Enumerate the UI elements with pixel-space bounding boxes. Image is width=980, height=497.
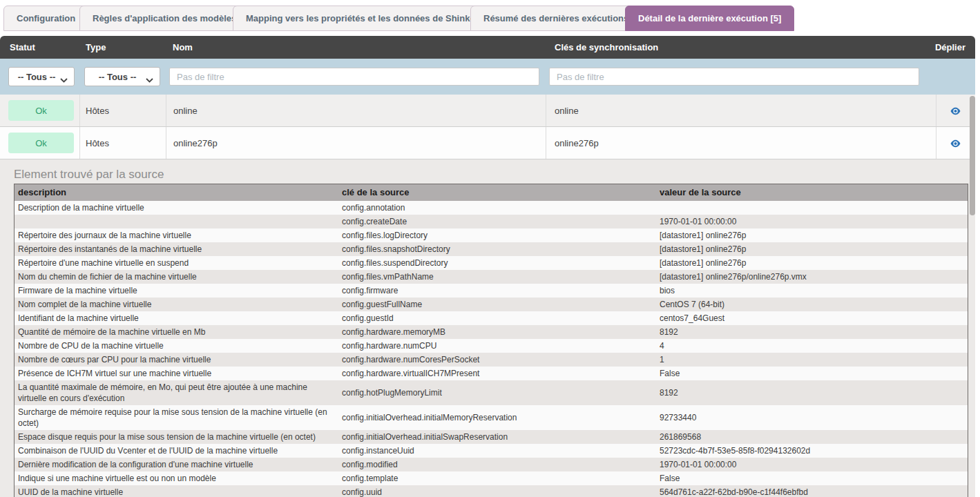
source-value-cell: 8192 [656, 325, 968, 339]
table-row: Répertoire des instantanés de la machine… [15, 242, 968, 256]
vertical-scrollbar[interactable] [970, 96, 975, 215]
column-header-valeur-source: valeur de la source [656, 184, 968, 202]
table-row: OkHôtesonline276ponline276p [0, 127, 975, 159]
description-cell: Description de la machine virtuelle [15, 201, 338, 215]
source-key-cell: config.annotation [338, 201, 656, 215]
chevron-down-icon [60, 75, 68, 85]
description-cell: Combinaison de l'UUID du Vcenter et de l… [15, 444, 338, 458]
source-key-cell: config.hardware.virtualICH7MPresent [338, 367, 656, 380]
source-key-cell: config.firmware [338, 284, 656, 298]
table-row: La quantité maximale de mémoire, en Mo, … [15, 380, 968, 405]
source-value-cell: centos7_64Guest [656, 311, 968, 325]
description-cell: Dernière modification de la configuratio… [15, 458, 338, 471]
source-key-cell: config.hardware.numCPU [338, 339, 656, 353]
source-value-cell: 1 [656, 353, 968, 367]
cles-cell: online [555, 95, 579, 127]
source-elements-table: description clé de la source valeur de l… [14, 184, 968, 497]
source-value-cell: 92733440 [656, 405, 968, 430]
description-cell [15, 215, 338, 228]
table-header-row: description clé de la source valeur de l… [15, 184, 968, 202]
tab-resume[interactable]: Résumé des dernières exécutions [470, 6, 642, 31]
source-key-cell: config.files.suspendDirectory [338, 256, 656, 270]
source-value-cell: [datastore1] online276p [656, 228, 968, 242]
source-value-cell: bios [656, 284, 968, 298]
description-cell: Nombre de cœurs par CPU pour la machine … [15, 353, 338, 367]
source-key-cell: config.hardware.memoryMB [338, 325, 656, 339]
cles-filter-input[interactable] [549, 68, 919, 86]
table-row: Nom du chemin de fichier de la machine v… [15, 270, 968, 284]
table-row: Combinaison de l'UUID du Vcenter et de l… [15, 444, 968, 458]
description-cell: Quantité de mémoire de la machine virtue… [15, 325, 338, 339]
app-window: Configuration Règles d'application des m… [0, 0, 980, 497]
source-key-cell: config.guestId [338, 311, 656, 325]
source-value-cell: CentOS 7 (64-bit) [656, 298, 968, 311]
table-row: OkHôtesonlineonline [0, 95, 975, 127]
table-row: Nombre de cœurs par CPU pour la machine … [15, 353, 968, 367]
description-cell: La quantité maximale de mémoire, en Mo, … [15, 380, 338, 405]
source-key-cell: config.files.logDirectory [338, 228, 656, 242]
table-row: Dernière modification de la configuratio… [15, 458, 968, 471]
description-cell: Espace disque requis pour la mise sous t… [15, 430, 338, 444]
results-rows: OkHôtesonlineonlineOkHôtesonline276ponli… [0, 95, 975, 159]
filter-row: -- Tous -- -- Tous -- [0, 59, 975, 95]
table-row: UUID de la machine virtuelleconfig.uuid5… [15, 485, 968, 497]
results-header: Statut Type Nom Clés de synchronisation … [0, 36, 975, 59]
column-header-nom[interactable]: Nom [173, 36, 193, 59]
tab-mapping[interactable]: Mapping vers les propriétés et les donné… [233, 6, 494, 31]
cles-cell: online276p [555, 127, 599, 159]
source-value-cell: [datastore1] online276p/online276p.vmx [656, 270, 968, 284]
source-key-cell: config.guestFullName [338, 298, 656, 311]
table-row: config.createDate1970-01-01 00:00:00 [15, 215, 968, 228]
description-cell: Indique si une machine virtuelle est ou … [15, 471, 338, 485]
source-value-cell: 261869568 [656, 430, 968, 444]
table-row: Répertoire d'une machine virtuelle en su… [15, 256, 968, 270]
table-row: Identifiant de la machine virtuelleconfi… [15, 311, 968, 325]
source-key-cell: config.files.vmPathName [338, 270, 656, 284]
description-cell: Surcharge de mémoire requise pour la mis… [15, 405, 338, 430]
description-cell: Identifiant de la machine virtuelle [15, 311, 338, 325]
source-value-cell: [datastore1] online276p [656, 256, 968, 270]
source-key-cell: config.modified [338, 458, 656, 471]
type-filter-select[interactable]: -- Tous -- [84, 67, 160, 86]
description-cell: Nombre de CPU de la machine virtuelle [15, 339, 338, 353]
description-cell: Firmware de la machine virtuelle [15, 284, 338, 298]
description-cell: Nom du chemin de fichier de la machine v… [15, 270, 338, 284]
source-value-cell: False [656, 367, 968, 380]
table-row: Espace disque requis pour la mise sous t… [15, 430, 968, 444]
statut-filter-select[interactable]: -- Tous -- [8, 67, 75, 86]
source-value-cell: [datastore1] online276p [656, 242, 968, 256]
type-filter-value: -- Tous -- [99, 72, 146, 82]
column-header-statut[interactable]: Statut [10, 36, 35, 59]
tab-configuration[interactable]: Configuration [3, 6, 88, 31]
source-key-cell: config.hardware.numCoresPerSocket [338, 353, 656, 367]
source-value-cell: 4 [656, 339, 968, 353]
source-key-cell: config.files.snapshotDirectory [338, 242, 656, 256]
table-row: Description de la machine virtuelleconfi… [15, 201, 968, 215]
nom-filter-input[interactable] [169, 68, 539, 86]
source-key-cell: config.createDate [338, 215, 656, 228]
tab-regles[interactable]: Règles d'application des modèles [79, 6, 249, 31]
table-row: Présence de ICH7M virtuel sur une machin… [15, 367, 968, 380]
column-divider [166, 95, 166, 126]
source-key-cell: config.initialOverhead.initialMemoryRese… [338, 405, 656, 430]
table-row: Indique si une machine virtuelle est ou … [15, 471, 968, 485]
description-cell: Répertoire d'une machine virtuelle en su… [15, 256, 338, 270]
column-header-deplier[interactable]: Déplier [935, 36, 965, 59]
table-row: Surcharge de mémoire requise pour la mis… [15, 405, 968, 430]
description-cell: Répertoire des journaux de la machine vi… [15, 228, 338, 242]
column-header-cles[interactable]: Clés de synchronisation [555, 36, 658, 59]
nom-cell: online [173, 95, 198, 127]
source-value-cell: 1970-01-01 00:00:00 [656, 458, 968, 471]
chevron-down-icon [146, 75, 153, 85]
description-cell: Répertoire des instantanés de la machine… [15, 242, 338, 256]
column-header-cle-de-la-source: clé de la source [338, 184, 656, 202]
tab-detail-derniere-execution[interactable]: Détail de la dernière exécution [5] [625, 6, 794, 31]
column-header-type[interactable]: Type [86, 36, 106, 59]
column-divider [546, 95, 546, 126]
description-cell: Présence de ICH7M virtuel sur une machin… [15, 367, 338, 380]
type-cell: Hôtes [86, 127, 109, 159]
column-divider [546, 127, 546, 159]
status-badge: Ok [8, 133, 74, 153]
table-row: Répertoire des journaux de la machine vi… [15, 228, 968, 242]
column-header-description: description [15, 184, 338, 202]
